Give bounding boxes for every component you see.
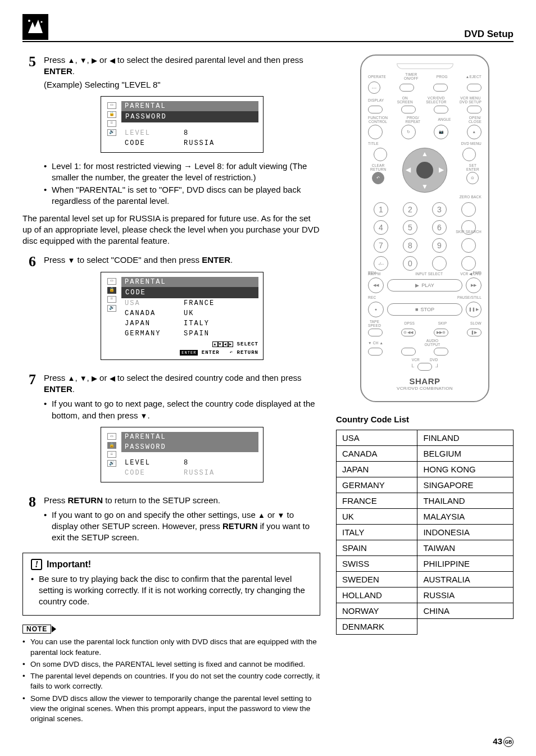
table-row: NORWAYCHINA [337, 603, 514, 619]
screen-icon: ▭ [107, 102, 116, 109]
table-row: ITALYINDONESIA [337, 525, 514, 540]
prog-button [433, 84, 448, 92]
zero-back-button [461, 202, 476, 217]
step-number: 5 [22, 54, 36, 69]
table-row: UKMALAYSIA [337, 509, 514, 525]
osd-title-row: PARENTAL [121, 101, 258, 111]
rev-button: ◀◀ [368, 277, 384, 293]
note-label: NOTE [22, 625, 51, 634]
lock-icon: 🔒 [107, 442, 116, 449]
step-number: 7 [22, 372, 36, 387]
onscreen-button [401, 106, 416, 113]
step-6: 6 Press ▼ to select "CODE" and then pres… [22, 254, 320, 368]
lock-icon: 🔒 [107, 111, 116, 118]
country-cell: PHILIPPINE [417, 556, 514, 572]
osd-level-row: LEVEL 8 [121, 128, 258, 138]
country-cell: USA [337, 430, 417, 446]
dpad-area: CLEAR RETURN ↶ ▲ ▼ ◀ ▶ [368, 148, 482, 193]
country-code-list-title: Country Code List [336, 415, 514, 424]
country-cell: JAPAN [337, 462, 417, 477]
remote-brand: SHARP VCR/DVD COMBINATION [368, 376, 482, 391]
function-button [368, 125, 383, 139]
skip-fwd-button: ▶▶⊕ [434, 329, 448, 336]
speaker-icon: 🔊 [107, 305, 116, 312]
step-5: 5 Press ▲, ▼, ▶ or ◀ to select the desir… [22, 54, 320, 208]
country-cell: DENMARK [337, 619, 417, 635]
table-row: FRANCETHAILAND [337, 493, 514, 509]
page-header: DVD Setup [22, 14, 514, 42]
note-item: On some DVD discs, the PARENTAL level se… [22, 659, 320, 670]
tape-speed-button [368, 329, 383, 336]
svg-point-2 [40, 21, 42, 22]
country-cell: FRANCE [337, 493, 417, 509]
country-cell: INDONESIA [417, 525, 514, 540]
eject-button [467, 84, 482, 92]
brand-logo [22, 14, 48, 40]
osd-panel-step6: ▭ 🔒 ≡ 🔊 PARENTAL CODE USAFRANCE CAN [101, 272, 264, 360]
stop-button: ■ STOP [387, 303, 462, 316]
num-9: 9 [432, 238, 447, 253]
country-cell: ITALY [337, 525, 417, 540]
ch-up-button [401, 348, 416, 356]
angle-button: 📷 [434, 125, 448, 139]
num-0: 0 [403, 256, 417, 271]
country-cell: TAIWAN [417, 540, 514, 556]
operate-button: ◦◦◦ [368, 81, 380, 94]
timer-button [399, 84, 414, 92]
country-cell: SWEDEN [337, 572, 417, 588]
screen-icon: ▭ [107, 433, 116, 440]
osd-side-icons: ▭ 🔒 ≡ 🔊 [106, 101, 118, 149]
dvdmenu-button [462, 148, 476, 161]
num-4: 4 [374, 220, 388, 235]
page-number: 43GB [493, 736, 514, 747]
osd-title-row: PARENTAL [121, 432, 258, 442]
input-select-button [432, 256, 447, 271]
table-row: USAFINLAND [337, 430, 514, 446]
num-8: 8 [403, 238, 417, 253]
pause-button: ❚❚▶ [466, 302, 482, 317]
osd-level-row: LEVEL 8 [121, 458, 258, 468]
step-number: 6 [22, 254, 36, 269]
osd-side-icons: ▭ 🔒 ≡ 🔊 [106, 432, 118, 479]
table-row: JAPANHONG KONG [337, 462, 514, 477]
osd-controls-enter-return: ENTER ENTER ↶ RETURN [121, 349, 258, 356]
step-7: 7 Press ▲, ▼, ▶ or ◀ to select the desir… [22, 372, 320, 490]
num-6: 6 [432, 220, 447, 235]
vcrmenu-button [467, 106, 482, 113]
country-cell: AUSTRALIA [417, 572, 514, 588]
bars-icon: ≡ [107, 451, 116, 458]
prog-repeat-button: ↻ [401, 125, 416, 139]
screen-icon: ▭ [107, 278, 116, 285]
osd-subtitle-row: PASSWORD [121, 442, 258, 452]
lock-icon: 🔒 [107, 287, 116, 294]
table-row: HOLLANDRUSSIA [337, 588, 514, 603]
country-cell: MALAYSIA [417, 509, 514, 525]
osd-subtitle-row: CODE [121, 287, 258, 298]
country-cell [417, 619, 514, 635]
osd-title-row: PARENTAL [121, 277, 258, 287]
slow-button: ❚▶ [467, 329, 482, 336]
vcr-dvd-button [461, 256, 476, 271]
osd-country-grid: USAFRANCE CANADAUK JAPANITALY GERMANYSPA… [121, 298, 258, 339]
vcr-indicator [417, 363, 432, 371]
speaker-icon: 🔊 [107, 129, 116, 136]
step-8-instruction: Press RETURN to return to the SETUP scre… [44, 495, 320, 506]
bars-icon: ≡ [107, 120, 116, 127]
open-close-button: ▲ [467, 125, 482, 139]
note-item: You can use the parental lock function o… [22, 637, 320, 657]
osd-panel-step7: ▭ 🔒 ≡ 🔊 PARENTAL PASSWORD LEVEL [101, 427, 264, 482]
num-7: 7 [374, 238, 388, 253]
step-7-instruction: Press ▲, ▼, ▶ or ◀ to select the desired… [44, 372, 320, 395]
vcrdvd-selector-button [434, 106, 448, 113]
bullet-item: Level 1: for most restricted viewing → L… [44, 161, 320, 184]
country-cell: FINLAND [417, 430, 514, 446]
note-item: Some DVD discs allow the viewer to tempo… [22, 694, 320, 725]
note-item: The parental level depends on countries.… [22, 671, 320, 691]
country-cell: GERMANY [337, 477, 417, 493]
osd-controls-select: ▲▼◀▶ SELECT [121, 341, 258, 348]
extra-button [461, 238, 476, 253]
ampm-button: -/-- [374, 256, 388, 271]
step-8: 8 Press RETURN to return to the SETUP sc… [22, 495, 320, 545]
country-cell: BELGIUM [417, 446, 514, 462]
bullet-item: If you want to go to next page, select t… [44, 398, 320, 421]
